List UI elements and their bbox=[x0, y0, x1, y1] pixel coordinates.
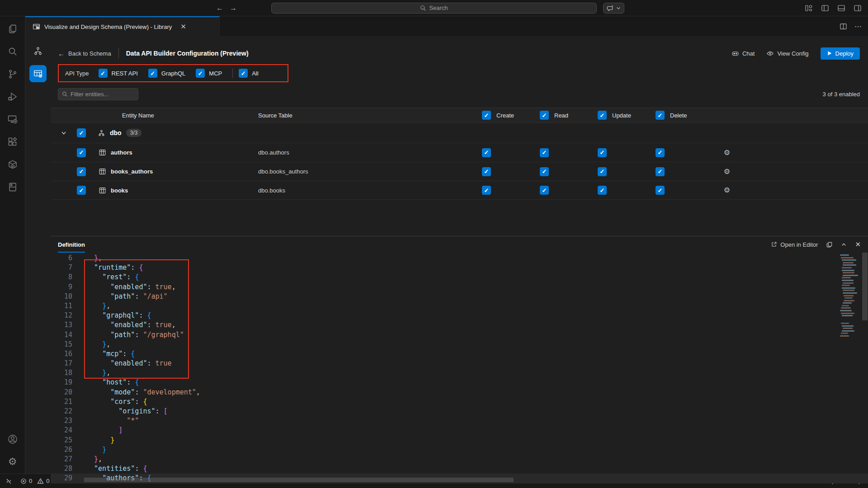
ops-update-all-checkbox[interactable]: ✓ bbox=[598, 111, 607, 120]
extensions-icon[interactable] bbox=[6, 136, 19, 148]
vertical-scrollbar[interactable] bbox=[862, 253, 868, 320]
customize-layout-icon[interactable] bbox=[805, 4, 813, 12]
code-line[interactable]: 28 "entities": { bbox=[51, 464, 868, 474]
table-row[interactable]: ✓books_authorsdbo.books_authors✓✓✓✓⚙ bbox=[51, 162, 868, 181]
code-line[interactable]: 19 "host": { bbox=[51, 378, 868, 387]
books_authors-read-checkbox[interactable]: ✓ bbox=[540, 167, 549, 176]
source-control-icon[interactable] bbox=[6, 68, 19, 80]
code-line[interactable]: 25 } bbox=[51, 436, 868, 445]
code-line[interactable]: 17 "enabled": true bbox=[51, 359, 868, 368]
search-input[interactable]: Search bbox=[271, 3, 597, 14]
table-row[interactable]: ✓authorsdbo.authors✓✓✓✓⚙ bbox=[51, 143, 868, 162]
books_authors-settings-button[interactable]: ⚙ bbox=[724, 168, 730, 175]
books-delete-checkbox[interactable]: ✓ bbox=[656, 186, 665, 195]
code-line[interactable]: 20 "mode": "development", bbox=[51, 388, 868, 397]
run-debug-icon[interactable] bbox=[6, 90, 19, 103]
code-line[interactable]: 13 "enabled": true, bbox=[51, 320, 868, 330]
deploy-button[interactable]: Deploy bbox=[821, 47, 860, 60]
api-type-graphql-checkbox[interactable]: ✓ bbox=[148, 69, 157, 78]
tab-close-icon[interactable]: ✕ bbox=[180, 23, 186, 31]
code-line[interactable]: 9 "enabled": true, bbox=[51, 282, 868, 292]
code-line[interactable]: 8 "rest": { bbox=[51, 272, 868, 282]
data-api-builder-button[interactable] bbox=[29, 65, 47, 82]
database-projects-icon[interactable] bbox=[6, 181, 19, 193]
code-line[interactable]: 11 }, bbox=[51, 301, 868, 311]
books-create-checkbox[interactable]: ✓ bbox=[482, 186, 491, 195]
api-type-mcp-checkbox[interactable]: ✓ bbox=[196, 69, 205, 78]
books-row-checkbox[interactable]: ✓ bbox=[77, 186, 86, 195]
copy-icon[interactable] bbox=[826, 241, 833, 248]
explorer-icon[interactable] bbox=[6, 23, 19, 35]
minimap[interactable] bbox=[839, 254, 860, 338]
books_authors-update-checkbox[interactable]: ✓ bbox=[598, 167, 607, 176]
code-text: "mcp": { bbox=[86, 349, 135, 359]
code-line[interactable]: 27 }, bbox=[51, 455, 868, 464]
ops-read-all-checkbox[interactable]: ✓ bbox=[540, 111, 549, 120]
tab-visualize-design-schema[interactable]: Visualize and Design Schema (Preview) - … bbox=[25, 16, 220, 36]
forward-arrow-icon[interactable]: → bbox=[230, 4, 237, 12]
view-config-button[interactable]: View Config bbox=[766, 50, 808, 57]
horizontal-scrollbar[interactable] bbox=[84, 478, 514, 482]
code-line[interactable]: 10 "path": "/api" bbox=[51, 292, 868, 301]
authors-update-checkbox[interactable]: ✓ bbox=[598, 148, 607, 157]
code-line[interactable]: 14 "path": "/graphql" bbox=[51, 330, 868, 340]
open-in-editor-button[interactable]: Open in Editor bbox=[771, 241, 818, 248]
close-panel-icon[interactable]: ✕ bbox=[855, 240, 861, 249]
code-line[interactable]: 18 }, bbox=[51, 368, 868, 378]
more-actions-icon[interactable]: ⋯ bbox=[854, 22, 862, 31]
ops-delete-all-checkbox[interactable]: ✓ bbox=[656, 111, 665, 120]
remote-indicator[interactable] bbox=[5, 478, 12, 484]
container-tools-icon[interactable] bbox=[6, 158, 19, 171]
books-read-checkbox[interactable]: ✓ bbox=[540, 186, 549, 195]
definition-tab[interactable]: Definition bbox=[58, 236, 85, 253]
toggle-primary-sidebar-icon[interactable] bbox=[821, 4, 829, 12]
code-line[interactable]: 15 }, bbox=[51, 340, 868, 349]
api-type-rest-api-checkbox[interactable]: ✓ bbox=[99, 69, 108, 78]
books-settings-button[interactable]: ⚙ bbox=[724, 187, 730, 194]
code-line[interactable]: 26 } bbox=[51, 445, 868, 455]
chevron-up-icon[interactable] bbox=[841, 242, 847, 248]
problems-indicator[interactable]: 0 0 bbox=[20, 478, 49, 484]
schema-visualizer-button[interactable] bbox=[29, 42, 47, 60]
back-arrow-icon[interactable]: ← bbox=[216, 4, 223, 12]
copilot-chat-button[interactable] bbox=[603, 3, 624, 14]
line-number: 19 bbox=[51, 378, 72, 387]
code-line[interactable]: 7 "runtime": { bbox=[51, 263, 868, 272]
code-line[interactable]: 22 "origins": [ bbox=[51, 407, 868, 416]
code-editor[interactable]: 6 },7 "runtime": {8 "rest": {9 "enabled"… bbox=[51, 253, 868, 483]
code-line[interactable]: 12 "graphql": { bbox=[51, 311, 868, 320]
code-text: "*" bbox=[86, 416, 139, 426]
toggle-panel-icon[interactable] bbox=[837, 4, 845, 12]
books_authors-create-checkbox[interactable]: ✓ bbox=[482, 167, 491, 176]
code-line[interactable]: 21 "cors": { bbox=[51, 397, 868, 407]
authors-read-checkbox[interactable]: ✓ bbox=[540, 148, 549, 157]
settings-gear-icon[interactable]: ⚙ bbox=[6, 455, 19, 468]
split-editor-icon[interactable] bbox=[840, 23, 847, 30]
schema-group-row[interactable]: ✓ dbo 3/3 bbox=[51, 123, 868, 143]
authors-delete-checkbox[interactable]: ✓ bbox=[656, 148, 665, 157]
remote-explorer-icon[interactable] bbox=[6, 113, 19, 126]
code-line[interactable]: 6 }, bbox=[51, 253, 868, 263]
toggle-secondary-sidebar-icon[interactable] bbox=[854, 4, 862, 12]
group-dbo-checkbox[interactable]: ✓ bbox=[77, 128, 86, 137]
table-row[interactable]: ✓booksdbo.books✓✓✓✓⚙ bbox=[51, 181, 868, 200]
authors-row-checkbox[interactable]: ✓ bbox=[77, 148, 86, 157]
authors-settings-button[interactable]: ⚙ bbox=[724, 149, 730, 156]
books-update-checkbox[interactable]: ✓ bbox=[598, 186, 607, 195]
books_authors-delete-checkbox[interactable]: ✓ bbox=[656, 167, 665, 176]
api-type-all-checkbox[interactable]: ✓ bbox=[239, 69, 248, 78]
code-line[interactable]: 24 ] bbox=[51, 426, 868, 435]
chat-button[interactable]: Chat bbox=[731, 50, 755, 57]
code-line[interactable]: 16 "mcp": { bbox=[51, 349, 868, 359]
authors-create-checkbox[interactable]: ✓ bbox=[482, 148, 491, 157]
books_authors-row-checkbox[interactable]: ✓ bbox=[77, 167, 86, 176]
entity-name: authors bbox=[111, 149, 132, 156]
table-icon bbox=[99, 168, 106, 175]
ops-create-all-checkbox[interactable]: ✓ bbox=[482, 111, 491, 120]
filter-entities-input[interactable] bbox=[71, 91, 129, 98]
chevron-down-icon[interactable] bbox=[51, 130, 77, 136]
back-to-schema-link[interactable]: ← Back to Schema bbox=[58, 50, 111, 57]
accounts-icon[interactable] bbox=[6, 433, 19, 446]
code-line[interactable]: 23 "*" bbox=[51, 416, 868, 426]
search-view-icon[interactable] bbox=[6, 45, 19, 58]
